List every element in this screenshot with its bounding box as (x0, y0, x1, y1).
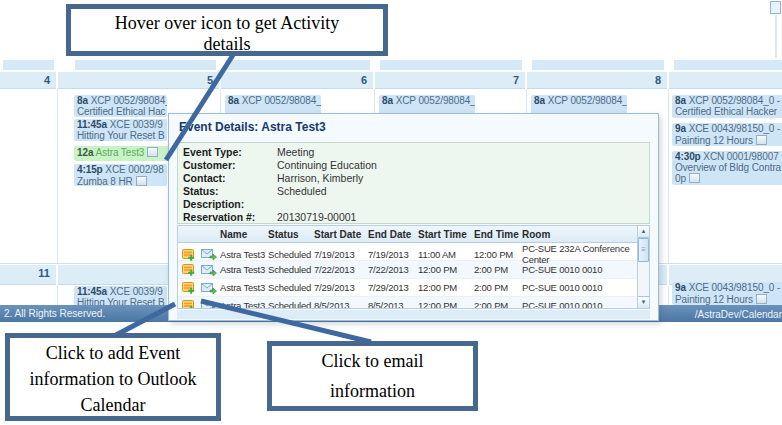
mini-event-bar (3, 60, 54, 70)
table-row: Astra Test3 Scheduled 7/29/2013 7/29/201… (178, 279, 637, 297)
date-cell-6: 6 (221, 72, 373, 89)
mini-event-bar (75, 60, 216, 70)
cell-name: Astra Test3 (220, 282, 268, 293)
date-cell-11: 11 (0, 265, 56, 285)
calendar-event[interactable]: 8a XCP 0052/98084_0 (225, 95, 321, 115)
email-icon[interactable] (198, 261, 220, 278)
callout-email-info: Click to email information (267, 341, 478, 411)
col-header-end-date: End Date (368, 229, 418, 240)
col-header-end-time: End Time (474, 229, 522, 240)
calendar-event[interactable]: 4:30p XCN 0001/98007 Overview of Bldg Co… (672, 151, 782, 185)
cell-start-time: 12:00 PM (418, 264, 474, 275)
activity-details-icon[interactable] (147, 147, 158, 157)
col-header-start-time: Start Time (418, 229, 474, 240)
scrollbar-down-arrow[interactable]: ▼ (638, 296, 649, 308)
calendar-event[interactable]: 8a XCP 0052/98084_0 (379, 95, 475, 115)
cell-name: Astra Test3 (220, 300, 268, 309)
col-header-start-date: Start Date (314, 229, 368, 240)
cell-start-date: 8/5/2013 (314, 300, 368, 309)
calendar-event[interactable]: 8a XCP 0052/98084_0 (531, 95, 627, 115)
cell-start-time: 12:00 PM (418, 282, 474, 293)
outlook-add-icon[interactable] (178, 279, 198, 296)
calendar-event[interactable]: 9a XCE 0043/98150_0 - Painting 12 Hours (672, 282, 782, 305)
cell-end-time: 2:00 PM (474, 282, 522, 293)
table-row: Astra Test3 Scheduled 8/5/2013 8/5/2013 … (178, 297, 637, 309)
calendar-event-astra-test3[interactable]: 12a Astra Test3 (74, 146, 170, 161)
calendar-event[interactable]: 9a XCE 0043/98150_0 - Painting 12 Hours (672, 123, 782, 146)
cell-status: Scheduled (268, 300, 314, 309)
cell-end-date: 8/5/2013 (368, 300, 418, 309)
cell-end-time: 12:00 PM (474, 249, 522, 260)
table-scrollbar[interactable]: ▲ ≡ ▼ (637, 225, 650, 309)
col-header-room: Room (522, 229, 637, 240)
cell-end-time: 2:00 PM (474, 300, 522, 309)
detail-label: Reservation #: (183, 211, 277, 223)
detail-label: Contact: (183, 172, 277, 184)
detail-label: Description: (183, 198, 277, 210)
cell-room: PC-SUE 232A Conference Center (522, 243, 637, 265)
calendar-event[interactable]: 8a XCP 0052/98084_0 Certified Ethical Ha… (74, 95, 167, 117)
cell-start-date: 7/22/2013 (314, 264, 368, 275)
mini-event-bar (380, 60, 522, 70)
activity-details-icon[interactable] (756, 294, 767, 304)
grid-line (57, 89, 58, 263)
email-icon[interactable] (198, 279, 220, 296)
date-cell-9 (669, 72, 782, 89)
col-header-name: Name (220, 229, 268, 240)
detail-label: Customer: (183, 159, 277, 171)
detail-label: Event Type: (183, 146, 277, 158)
calendar-event[interactable]: 8a XCP 0052/98084_0 - Certified Ethical … (672, 95, 782, 118)
mini-event-bar (226, 60, 370, 70)
meetings-table-header: Name Status Start Date End Date Start Ti… (178, 226, 637, 243)
cell-status: Scheduled (268, 249, 314, 260)
date-cell-7: 7 (375, 72, 525, 89)
window-scrollbar-stub[interactable] (770, 1, 781, 14)
grid-line (668, 286, 669, 305)
email-icon[interactable] (198, 297, 220, 309)
activity-details-icon[interactable] (689, 173, 700, 183)
grid-line (668, 89, 669, 263)
cell-end-date: 7/22/2013 (368, 264, 418, 275)
col-header-status: Status (268, 229, 314, 240)
detail-value: Meeting (277, 146, 314, 158)
scrollbar-up-arrow[interactable]: ▲ (638, 226, 649, 238)
cell-name: Astra Test3 (220, 249, 268, 260)
outlook-add-icon[interactable] (178, 297, 198, 309)
scrollbar-thumb[interactable]: ≡ (638, 238, 649, 262)
date-cell-8: 8 (527, 72, 667, 89)
mini-event-bar (532, 60, 664, 70)
mini-event-bar (674, 60, 782, 70)
cell-status: Scheduled (268, 282, 314, 293)
callout-add-outlook: Click to add Event information to Outloo… (5, 333, 221, 421)
grid-line (57, 286, 58, 305)
popup-title: Event Details: Astra Test3 (179, 120, 326, 134)
cell-room: PC-SUE 0010 0010 (522, 300, 637, 309)
popup-footer (177, 310, 650, 319)
window-scrollbar-track (775, 15, 777, 58)
cell-room: PC-SUE 0010 0010 (522, 282, 637, 293)
cell-end-date: 7/29/2013 (368, 282, 418, 293)
calendar-event[interactable]: 11:45a XCE 0039/9 Hitting Your Reset B (74, 119, 167, 141)
status-bar-right-text: /AstraDev/Calendar (695, 309, 782, 320)
screenshot-root: 4 5 6 7 8 11 8a XCP 0052/98084_0 Certifi… (0, 0, 782, 425)
status-bar-left-text: 2. All Rights Reserved. (4, 308, 105, 319)
cell-start-time: 11:00 AM (418, 249, 474, 260)
meetings-table: Name Status Start Date End Date Start Ti… (177, 225, 638, 309)
date-cell-4: 4 (0, 72, 56, 89)
activity-details-icon[interactable] (136, 176, 147, 186)
detail-value: Harrison, Kimberly (277, 172, 363, 184)
event-details-popup: Event Details: Astra Test3 Event Type:Me… (168, 113, 659, 321)
table-row: Astra Test3 Scheduled 7/22/2013 7/22/201… (178, 261, 637, 279)
callout-hover-activity: Hover over icon to get Activity details (66, 4, 388, 56)
cell-end-time: 2:00 PM (474, 264, 522, 275)
detail-value: Scheduled (277, 185, 327, 197)
activity-details-icon[interactable] (756, 135, 767, 145)
calendar-event[interactable]: 4:15p XCE 0002/98 Zumba 8 HR (74, 164, 167, 186)
detail-label: Status: (183, 185, 277, 197)
cell-start-time: 12:00 PM (418, 300, 474, 309)
table-row: Astra Test3 Scheduled 7/19/2013 7/19/201… (178, 243, 637, 261)
cell-status: Scheduled (268, 264, 314, 275)
outlook-add-icon[interactable] (178, 261, 198, 278)
detail-value: 20130719-00001 (277, 211, 356, 223)
cell-end-date: 7/19/2013 (368, 249, 418, 260)
